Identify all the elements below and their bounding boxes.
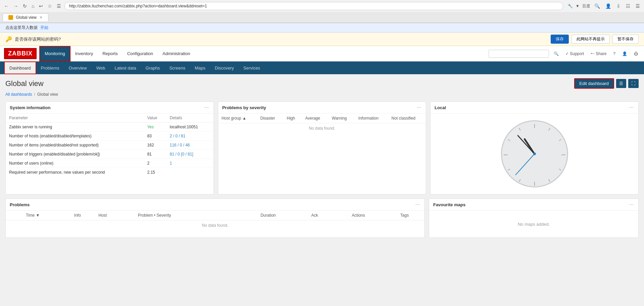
not-now-button[interactable]: 暂不保存 (612, 35, 639, 44)
nav-inventory[interactable]: Inventory (71, 46, 98, 61)
nav-reports[interactable]: Reports (98, 46, 123, 61)
back-button[interactable]: ← (3, 3, 10, 9)
details-cell: localhost:10051 (166, 123, 213, 132)
problems-header: Problems ··· (6, 199, 424, 211)
problems-severity-title: Problems by severity (222, 105, 266, 110)
clock-tick (519, 179, 521, 182)
browser-more-button[interactable]: ☰ (634, 3, 641, 9)
favourite-maps-menu-button[interactable]: ··· (629, 202, 634, 208)
details-cell: 81 / 0 [0 / 81] (166, 150, 213, 159)
subnav-discovery[interactable]: Discovery (210, 61, 239, 74)
severity-col-header: Disaster (257, 114, 283, 123)
param-cell: Number of users (online) (6, 159, 144, 168)
search-input[interactable] (489, 50, 549, 58)
details-cell: 1 (166, 159, 213, 168)
search-button[interactable]: 🔍 (552, 51, 561, 57)
breadcrumb-root-link[interactable]: All dashboards (5, 92, 32, 97)
severity-col-header: High (283, 114, 302, 123)
save-password-button[interactable]: 保存 (551, 35, 569, 44)
subnav-graphs[interactable]: Graphs (141, 61, 165, 74)
browser-apps-button[interactable]: ☷ (625, 3, 632, 9)
browser-toolbar: ← → ↻ ⌂ ↩ ☆ ☰ 🔧 ▼ 百度 🔍 👤 ⇩ ☷ ☰ (0, 0, 644, 12)
clock-tick (534, 182, 535, 186)
clock-tick (504, 155, 508, 155)
problems-severity-menu-button[interactable]: ··· (416, 104, 422, 111)
logout-button[interactable]: ⏻ (632, 51, 640, 57)
share-label: Share (596, 51, 606, 56)
support-icon: ✓ (565, 51, 569, 56)
problems-menu-button[interactable]: ··· (415, 202, 420, 208)
subnav-problems[interactable]: Problems (36, 61, 64, 74)
subnav-dashboard[interactable]: Dashboard (4, 61, 36, 74)
url-bar[interactable] (64, 2, 563, 10)
system-info-menu-button[interactable]: ··· (203, 104, 209, 111)
breadcrumb: All dashboards / Global view (5, 92, 639, 97)
undo-button[interactable]: ↩ (38, 3, 44, 9)
tab-close-icon[interactable]: ✕ (39, 15, 43, 20)
problems-title: Problems (10, 202, 30, 207)
system-info-title: System information (10, 105, 50, 110)
nav-administration[interactable]: Administration (158, 46, 195, 61)
fullscreen-button[interactable]: ⛶ (628, 79, 639, 88)
subnav-screens[interactable]: Screens (165, 61, 190, 74)
problem-col-header: Problem • Severity (135, 211, 239, 220)
table-row: Number of items (enabled/disabled/not su… (6, 141, 214, 150)
tab-favicon (8, 15, 13, 20)
share-button[interactable]: ⭠ Share (589, 51, 608, 57)
problem-col-header: Tags (384, 211, 424, 220)
table-row: Number of triggers (enabled/disabled [pr… (6, 150, 214, 159)
value-cell: 162 (144, 141, 166, 150)
forward-button[interactable]: → (12, 3, 19, 9)
browser-tab[interactable]: Global view ✕ (3, 13, 48, 21)
edit-dashboard-button[interactable]: Edit dashboard (574, 78, 614, 89)
value-cell: 2.15 (144, 168, 166, 177)
home-button[interactable]: ⌂ (30, 3, 36, 9)
details-cell: 116 / 0 / 46 (166, 141, 213, 150)
bookmark-button[interactable]: ☆ (46, 3, 53, 9)
param-cell: Number of triggers (enabled/disabled [pr… (6, 150, 144, 159)
page-title: Global view (5, 79, 44, 88)
subnav-web[interactable]: Web (92, 61, 110, 74)
clock-tick (559, 169, 561, 171)
help-button[interactable]: ? (611, 51, 617, 57)
subnav-overview[interactable]: Overview (64, 61, 92, 74)
user-button[interactable]: 👤 (620, 51, 629, 57)
browser-right: 🔧 ▼ 百度 🔍 👤 ⇩ ☷ ☰ (568, 3, 641, 9)
browser-account-button[interactable]: 👤 (604, 3, 612, 9)
reader-button[interactable]: ☰ (55, 3, 62, 9)
favourite-maps-title: Favourite maps (433, 202, 465, 207)
password-bar-actions: 保存 此网站不再提示 暂不保存 (551, 35, 639, 44)
dashboard-list-button[interactable]: ☰ (616, 79, 626, 88)
problem-col-header: Duration (239, 211, 297, 220)
nav-configuration[interactable]: Configuration (123, 46, 158, 61)
import-link[interactable]: 开始 (40, 25, 48, 31)
clock-tick (561, 155, 565, 155)
table-row: Number of users (online)21 (6, 159, 214, 168)
browser-search-button[interactable]: 🔍 (593, 3, 601, 9)
local-clock-widget: Local ··· (430, 101, 639, 194)
reload-button[interactable]: ↻ (21, 3, 28, 9)
support-button[interactable]: ✓ Support (563, 51, 586, 57)
subnav-latest-data[interactable]: Latest data (110, 61, 141, 74)
browser-chrome: ← → ↻ ⌂ ↩ ☆ ☰ 🔧 ▼ 百度 🔍 👤 ⇩ ☷ ☰ Global vi… (0, 0, 644, 23)
favourite-maps-header: Favourite maps ··· (429, 199, 638, 211)
subnav-services[interactable]: Services (239, 61, 265, 74)
problem-col-header: Info (60, 211, 95, 220)
top-nav: ZABBIX Monitoring Inventory Reports Conf… (0, 46, 644, 61)
severity-col-header[interactable]: Host group ▲ (218, 114, 257, 123)
local-clock-header: Local ··· (430, 102, 638, 114)
local-clock-title: Local (434, 105, 446, 110)
nav-monitoring[interactable]: Monitoring (39, 46, 71, 61)
browser-download-button[interactable]: ⇩ (615, 3, 622, 9)
problem-col-header: Host (95, 211, 134, 220)
subnav-maps[interactable]: Maps (190, 61, 210, 74)
col-value: Value (144, 114, 166, 123)
browser-tab-bar: Global view ✕ (0, 12, 644, 23)
local-clock-menu-button[interactable]: ··· (629, 104, 634, 111)
favourite-maps-body: No maps added. (429, 211, 638, 237)
never-save-button[interactable]: 此网站不再提示 (571, 35, 610, 44)
system-info-table: Parameter Value Details Zabbix server is… (6, 114, 214, 177)
clock-tick (534, 124, 535, 128)
system-info-widget-body: Parameter Value Details Zabbix server is… (6, 114, 214, 177)
problems-no-data: No data found. (6, 220, 424, 231)
